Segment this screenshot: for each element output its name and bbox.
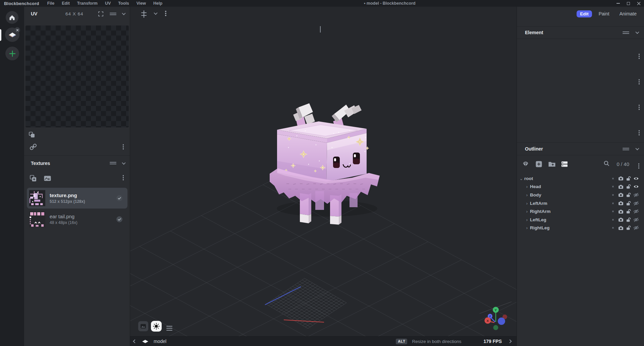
node-toggle-chevron[interactable]: › [525, 209, 529, 214]
node-toggle-chevron[interactable]: › [525, 192, 529, 197]
move-tool-button[interactable] [140, 10, 148, 19]
eye-icon[interactable] [633, 184, 639, 189]
outliner-row[interactable]: › LeftLeg [517, 216, 644, 224]
eye-off-icon[interactable] [633, 200, 639, 206]
lock-open-icon[interactable] [625, 176, 632, 181]
texture-item[interactable]: ear tail.png 48 x 48px (16x) [27, 210, 127, 229]
maximize-icon[interactable] [623, 0, 634, 7]
eye-off-icon[interactable] [633, 225, 639, 231]
viewport-3d[interactable]: Z Y X [130, 7, 517, 336]
collapse-toolbar-chevron[interactable] [320, 26, 321, 32]
texture-item[interactable]: texture.png 512 x 512px (128x) [27, 188, 127, 209]
menu-view[interactable]: View [137, 1, 146, 6]
close-project-badge[interactable] [14, 27, 20, 33]
uv-editor-canvas[interactable] [25, 25, 129, 127]
model-3d[interactable] [270, 103, 380, 225]
export-toggle-icon[interactable] [610, 192, 616, 197]
outliner-search-button[interactable] [603, 160, 610, 168]
outliner-row[interactable]: › LeftArm [517, 199, 644, 208]
lock-open-icon[interactable] [625, 225, 632, 231]
uv-panel-header[interactable]: UV 64 X 64 [24, 7, 130, 21]
scene-canvas[interactable]: Z Y X [130, 7, 517, 336]
tab-model[interactable]: model [142, 339, 166, 344]
home-button[interactable] [6, 11, 18, 24]
link-uv-button[interactable] [29, 143, 37, 152]
kebab-menu-icon[interactable] [123, 175, 124, 176]
outliner-node-label[interactable]: LeftArm [530, 201, 547, 206]
eye-off-icon[interactable] [633, 217, 639, 222]
node-toggle-chevron[interactable]: › [525, 184, 529, 189]
copy-uv-button[interactable] [29, 131, 35, 139]
export-toggle-icon[interactable] [610, 209, 616, 214]
panel-drag-handle[interactable] [110, 12, 116, 15]
eye-off-icon[interactable] [633, 209, 639, 214]
element-panel-header[interactable]: Element [517, 26, 644, 39]
camera-icon[interactable] [618, 209, 624, 214]
check-badge-icon[interactable] [116, 195, 123, 201]
gizmo-neg-y[interactable] [493, 325, 498, 330]
camera-icon[interactable] [618, 176, 624, 181]
export-toggle-icon[interactable] [610, 217, 616, 222]
minimize-icon[interactable] [613, 0, 623, 7]
outliner-row[interactable]: › Head [517, 183, 644, 191]
kebab-menu-icon[interactable] [639, 79, 640, 80]
app-logo[interactable]: Blockbenchcord [4, 1, 39, 6]
add-mesh-button[interactable] [522, 161, 530, 167]
menu-transform[interactable]: Transform [77, 1, 98, 6]
chevron-down-icon[interactable] [635, 147, 639, 150]
mode-edit-button[interactable]: Edit [577, 10, 592, 17]
outliner-node-label[interactable]: RightArm [530, 209, 551, 214]
mode-animate-button[interactable]: Animate [616, 10, 640, 17]
camera-icon[interactable] [618, 192, 624, 197]
background-image-button[interactable] [138, 321, 148, 331]
chevron-down-icon[interactable] [122, 161, 125, 164]
create-texture-button[interactable] [44, 175, 52, 183]
menu-uv[interactable]: UV [105, 1, 111, 6]
outliner-row[interactable]: › Body [517, 191, 644, 199]
fullscreen-icon[interactable] [98, 11, 104, 17]
outliner-node-label[interactable]: Body [530, 192, 541, 197]
eye-off-icon[interactable] [633, 192, 639, 197]
panel-drag-handle[interactable] [623, 148, 629, 151]
add-group-button[interactable] [548, 161, 556, 167]
kebab-menu-icon[interactable] [123, 144, 124, 146]
camera-icon[interactable] [618, 225, 624, 231]
outliner-node-label[interactable]: LeftLeg [530, 217, 546, 222]
import-texture-button[interactable] [30, 175, 37, 183]
chevron-down-icon[interactable] [122, 11, 125, 15]
next-tab-chevron[interactable] [508, 339, 512, 343]
lock-open-icon[interactable] [625, 209, 632, 214]
preview-scene-button[interactable] [151, 321, 162, 332]
kebab-menu-icon[interactable] [638, 163, 640, 165]
textures-panel-header[interactable]: Textures [24, 155, 130, 171]
lock-open-icon[interactable] [625, 184, 632, 189]
panel-drag-handle[interactable] [110, 162, 116, 165]
menu-help[interactable]: Help [153, 1, 162, 6]
close-icon[interactable] [634, 0, 644, 7]
camera-icon[interactable] [618, 200, 624, 206]
export-toggle-icon[interactable] [610, 200, 616, 206]
node-toggle-chevron[interactable]: ⌄ [519, 176, 524, 181]
chevron-down-icon[interactable] [154, 11, 157, 15]
outliner-node-label[interactable]: root [524, 176, 533, 181]
lock-open-icon[interactable] [625, 200, 632, 206]
check-badge-icon[interactable] [116, 216, 123, 223]
axis-gizmo[interactable]: Z Y X [480, 302, 512, 330]
mode-paint-button[interactable]: Paint [595, 10, 613, 17]
export-toggle-icon[interactable] [610, 184, 616, 189]
add-project-button[interactable] [5, 47, 19, 60]
lock-open-icon[interactable] [625, 217, 632, 222]
export-toggle-icon[interactable] [610, 225, 616, 231]
gizmo-neg-z[interactable] [498, 318, 505, 325]
menu-file[interactable]: File [47, 1, 55, 6]
outliner-row[interactable]: ⌄ root [517, 174, 644, 183]
outliner-node-label[interactable]: RightLeg [530, 225, 550, 230]
node-toggle-chevron[interactable]: › [525, 217, 529, 222]
add-cube-button[interactable] [535, 161, 542, 168]
node-toggle-chevron[interactable]: › [525, 201, 529, 206]
outliner-row[interactable]: › RightLeg [517, 224, 644, 232]
eye-icon[interactable] [633, 176, 639, 181]
toggle-list-options-button[interactable] [561, 161, 568, 167]
camera-icon[interactable] [618, 217, 624, 222]
kebab-menu-icon[interactable] [165, 11, 166, 12]
